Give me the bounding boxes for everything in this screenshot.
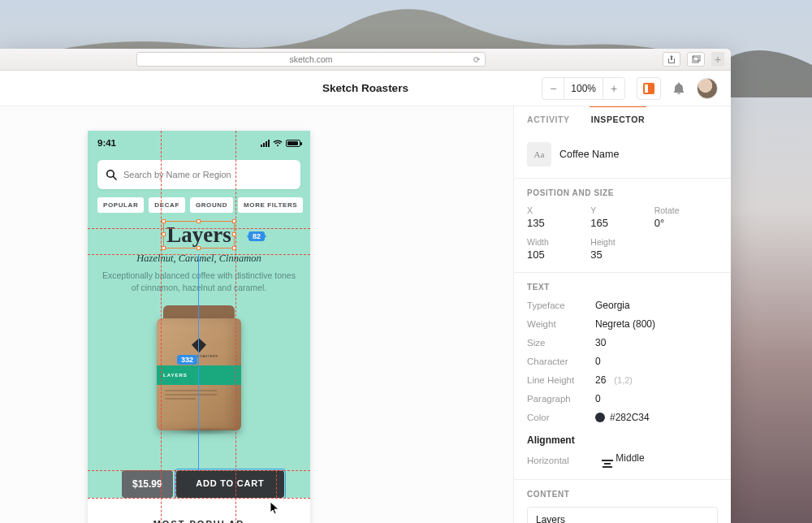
- inspector-tabs: ACTIVITY INSPECTOR: [514, 106, 731, 131]
- price-label[interactable]: $15.99: [122, 470, 173, 498]
- cta-row: $15.99 ADD TO CART: [122, 470, 284, 498]
- label-x: X: [527, 205, 590, 215]
- url-text: sketch.com: [289, 54, 332, 64]
- label-rotate: Rotate: [654, 205, 718, 215]
- add-to-cart-button[interactable]: ADD TO CART: [176, 470, 284, 498]
- zoom-value[interactable]: 100%: [564, 78, 603, 99]
- chip-more-filters[interactable]: MORE FILTERS: [238, 197, 303, 213]
- label-typeface: Typeface: [527, 300, 595, 310]
- section-position: POSITION AND SIZE X135 Y165 Rotate0° Wid…: [514, 178, 731, 272]
- toggle-inspector-button[interactable]: [637, 77, 661, 100]
- hero: Layers Hazelnut, Caramel, Cinnamon Excep…: [88, 213, 310, 294]
- label-lineheight: Line Height: [527, 375, 595, 385]
- svg-rect-1: [693, 55, 700, 61]
- value-typeface[interactable]: Georgia: [595, 300, 718, 311]
- value-paragraph[interactable]: 0: [595, 393, 718, 404]
- selection-header: Aa Coffee Name: [514, 131, 731, 178]
- label-y: Y: [590, 205, 654, 215]
- value-height[interactable]: 35: [590, 249, 654, 261]
- label-height: Height: [590, 237, 654, 247]
- most-popular-heading: MOST POPULAR: [88, 498, 310, 523]
- value-rotate[interactable]: 0°: [654, 217, 718, 229]
- hero-subtitle: Hazelnut, Caramel, Cinnamon: [102, 253, 296, 265]
- user-avatar[interactable]: [697, 78, 718, 99]
- label-width: Width: [527, 237, 590, 247]
- label-horizontal: Horizontal: [527, 456, 595, 465]
- label-character: Character: [527, 357, 595, 366]
- bag-band-label: LAYERS: [163, 373, 188, 378]
- tabs-icon[interactable]: [687, 52, 705, 67]
- section-title-content: CONTENT: [527, 490, 718, 499]
- search-field[interactable]: Search by Name or Region: [97, 160, 300, 189]
- document-title: Sketch Roasters: [322, 82, 408, 94]
- value-size[interactable]: 30: [595, 337, 718, 348]
- section-title-text: TEXT: [527, 283, 718, 292]
- filter-chips: POPULAR DECAF GROUND MORE FILTERS: [97, 197, 300, 213]
- add-to-cart-label: ADD TO CART: [196, 478, 264, 488]
- url-field[interactable]: sketch.com ⟳: [136, 52, 486, 67]
- align-center-icon: [602, 460, 613, 468]
- color-swatch-icon: [595, 413, 605, 422]
- section-title-position: POSITION AND SIZE: [527, 188, 718, 197]
- label-paragraph: Paragraph: [527, 394, 595, 404]
- new-tab-button[interactable]: +: [711, 52, 724, 67]
- signal-icon: [261, 140, 270, 147]
- app-header: Sketch Roasters − 100% +: [0, 71, 731, 106]
- label-color: Color: [527, 413, 595, 422]
- tab-activity[interactable]: ACTIVITY: [527, 115, 570, 131]
- value-color[interactable]: #282C34: [595, 412, 718, 423]
- section-content: CONTENT Layers: [514, 479, 731, 523]
- search-placeholder: Search by Name or Region: [123, 170, 231, 179]
- tab-inspector[interactable]: INSPECTOR: [591, 115, 645, 131]
- svg-rect-0: [692, 57, 698, 63]
- zoom-control: − 100% +: [542, 77, 625, 100]
- share-icon[interactable]: [663, 52, 680, 67]
- zoom-in-button[interactable]: +: [603, 78, 624, 99]
- hero-title-text[interactable]: Layers: [166, 223, 231, 248]
- label-size: Size: [527, 338, 595, 348]
- artboard-mobile[interactable]: 9:41 Search by Name or Region POPULAR DE…: [88, 131, 310, 523]
- value-x[interactable]: 135: [527, 217, 590, 229]
- battery-icon: [286, 140, 300, 147]
- notifications-icon[interactable]: [672, 82, 685, 95]
- content-value[interactable]: Layers: [527, 507, 718, 523]
- browser-chrome: sketch.com ⟳ +: [0, 49, 731, 71]
- value-weight[interactable]: Negreta (800): [595, 318, 718, 330]
- bag-logo-icon: [192, 338, 206, 352]
- search-icon: [106, 169, 117, 180]
- status-time: 9:41: [97, 138, 116, 148]
- browser-window: sketch.com ⟳ + Sketch Roasters − 100% +: [0, 49, 731, 523]
- inspector-panel: ACTIVITY INSPECTOR Aa Coffee Name POSITI…: [513, 106, 731, 523]
- zoom-out-button[interactable]: −: [542, 78, 564, 99]
- selection-thumb-icon: Aa: [527, 142, 551, 166]
- value-y[interactable]: 165: [590, 217, 654, 229]
- value-lineheight[interactable]: 26(1,2): [595, 374, 718, 386]
- chip-popular[interactable]: POPULAR: [97, 197, 144, 213]
- product-image: SKETCH ROASTERS LAYERS: [157, 305, 241, 430]
- alignment-heading: Alignment: [527, 434, 718, 446]
- chip-ground[interactable]: GROUND: [190, 197, 233, 213]
- section-text: TEXT Typeface Georgia Weight Negreta (80…: [514, 272, 731, 479]
- wifi-icon: [273, 140, 283, 147]
- value-horizontal[interactable]: Middle: [602, 452, 645, 468]
- value-width[interactable]: 105: [527, 249, 590, 261]
- label-weight: Weight: [527, 319, 595, 329]
- reload-icon[interactable]: ⟳: [473, 55, 480, 64]
- hero-description: Exceptionally balanced coffee with disti…: [102, 270, 296, 294]
- bag-brand: SKETCH ROASTERS: [157, 354, 241, 358]
- canvas[interactable]: 9:41 Search by Name or Region POPULAR DE…: [0, 106, 513, 523]
- chip-decaf[interactable]: DECAF: [149, 197, 185, 213]
- value-character[interactable]: 0: [595, 356, 718, 367]
- selection-name: Coffee Name: [559, 149, 619, 160]
- status-bar: 9:41: [88, 131, 310, 155]
- svg-line-3: [113, 176, 116, 179]
